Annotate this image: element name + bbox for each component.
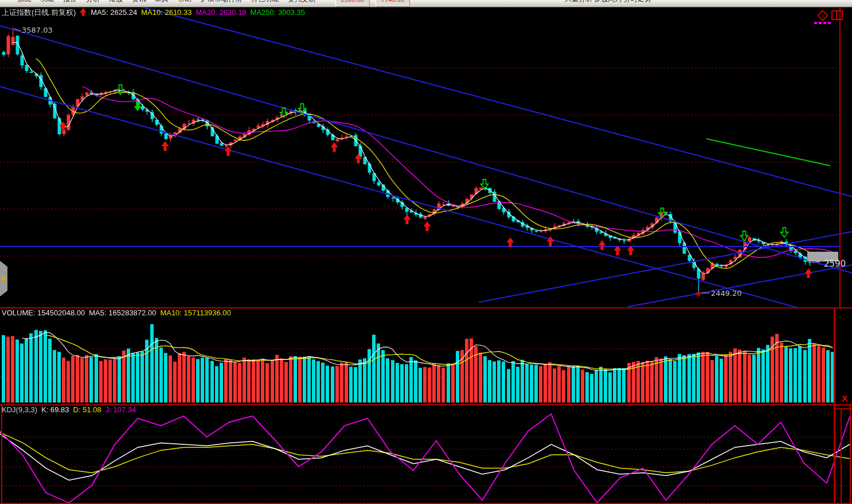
- menu-item[interactable]: 扩展市场行情: [201, 0, 242, 4]
- kdj-header: KDJ(9,3,3)K: 69.83D: 51.08J: 107.34: [2, 405, 140, 414]
- kdj-canvas[interactable]: [0, 405, 852, 504]
- menu-item[interactable]: 资讯: [132, 0, 146, 4]
- kdj-j-label: J: 107.34: [105, 405, 136, 414]
- menu-item[interactable]: 报价: [63, 0, 77, 4]
- ma20-label: MA20: 2630.18: [196, 8, 246, 17]
- menu-bar: 系统 功能 报价 分析 港股 资讯 工具 帮助 扩展市场行情 特色功能 委托交易…: [0, 0, 852, 7]
- volume-ma10-label: MA10: 157113936.00: [160, 308, 230, 317]
- main-chart-canvas[interactable]: [0, 7, 852, 308]
- chart-title: 上证指数(日线.前复权): [2, 8, 76, 17]
- main-chart-pane: 上证指数(日线.前复权)MA5: 2625.24MA10: 2610.33MA2…: [0, 7, 852, 308]
- menu-item[interactable]: 系统: [17, 0, 31, 4]
- kdj-pane: KDJ(9,3,3)K: 69.83D: 51.08J: 107.34: [0, 405, 852, 504]
- lower-right-border: [834, 308, 835, 504]
- volume-header: VOLUME: 154502048.00MA5: 165283872.00MA1…: [2, 308, 235, 317]
- kdj-title: KDJ(9,3,3): [2, 405, 37, 414]
- ma250-label: MA250: 3003.35: [251, 8, 305, 17]
- ma5-label: MA5: 2625.24: [91, 8, 137, 17]
- expand-arrow-icon: [2, 276, 6, 282]
- window-layout-icon[interactable]: [831, 10, 843, 20]
- main-chart-header: 上证指数(日线.前复权)MA5: 2625.24MA10: 2610.33MA2…: [2, 7, 309, 18]
- menu-item[interactable]: 分析: [86, 0, 100, 4]
- quote-button-1[interactable]: 2590.63: [335, 0, 370, 7]
- sidebar-expand-handle[interactable]: [0, 261, 7, 296]
- volume-label: VOLUME: 154502048.00: [2, 308, 85, 317]
- volume-ma5-label: MA5: 165283872.00: [89, 308, 156, 317]
- menu-item[interactable]: 港股: [109, 0, 123, 4]
- menu-item[interactable]: 功能: [40, 0, 54, 4]
- last-price-label: 2590: [824, 259, 846, 269]
- volume-canvas[interactable]: [0, 308, 852, 405]
- volume-pane: VOLUME: 154502048.00MA5: 165283872.00MA1…: [0, 308, 852, 405]
- kdj-d-label: D: 51.08: [73, 405, 101, 414]
- ma10-label: MA10: 2610.33: [141, 8, 191, 17]
- quote-button-2[interactable]: 7745.95: [376, 0, 410, 7]
- corner-vline: [841, 409, 842, 503]
- close-pane-button[interactable]: X: [842, 394, 848, 403]
- buy-signal-icon: [80, 8, 87, 16]
- menu-item[interactable]: 特色功能: [251, 0, 279, 4]
- corner-hline: [834, 408, 852, 409]
- menu-right-items[interactable]: 大盘分析 多股同列 分时走势: [565, 0, 651, 4]
- menu-item[interactable]: 委托交易: [288, 0, 315, 4]
- kdj-left-border: [1, 405, 2, 503]
- magenta-dots-icon: [814, 22, 831, 24]
- menu-item[interactable]: 帮助: [178, 0, 191, 4]
- menu-item[interactable]: 工具: [155, 0, 169, 4]
- low-price-annotation: 2449.20: [711, 289, 742, 298]
- kdj-right-border: [850, 405, 851, 503]
- menu-items[interactable]: 系统 功能 报价 分析 港股 资讯 工具 帮助 扩展市场行情 特色功能 委托交易: [17, 0, 315, 4]
- kdj-k-label: K: 69.83: [41, 405, 69, 414]
- high-price-annotation: 3587.03: [22, 26, 53, 34]
